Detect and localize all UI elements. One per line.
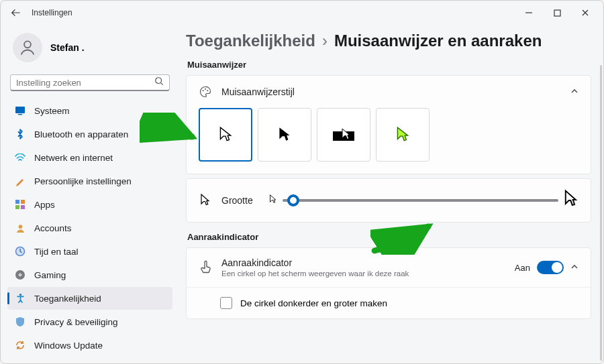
- pointer-style-black[interactable]: [258, 108, 311, 162]
- pointer-size-card: Grootte: [186, 178, 591, 223]
- search-icon: [154, 76, 164, 88]
- palette-icon: [199, 85, 212, 99]
- touch-indicator-row[interactable]: Aanraakindicator Een cirkel op het scher…: [187, 248, 591, 287]
- section-pointer-title: Muisaanwijzer: [187, 60, 590, 70]
- main-content: Toegankelijkheid › Muisaanwijzer en aanr…: [179, 25, 603, 363]
- sidebar-item-label: Privacy & beveiliging: [34, 317, 118, 327]
- chevron-up-icon: [570, 261, 578, 274]
- size-slider[interactable]: [283, 199, 558, 202]
- sidebar-item-apps[interactable]: Apps: [7, 193, 172, 216]
- pointer-style-white[interactable]: [199, 108, 252, 162]
- sidebar-item-label: Persoonlijke instellingen: [34, 176, 132, 186]
- pointer-style-inverted[interactable]: [317, 108, 370, 162]
- svg-rect-3: [15, 107, 25, 113]
- pointer-style-options: [187, 108, 591, 174]
- sidebar-item-label: Netwerk en internet: [34, 153, 113, 163]
- sidebar-item-privacy[interactable]: Privacy & beveiliging: [7, 310, 172, 333]
- darker-checkbox-label: De cirkel donkerder en groter maken: [240, 298, 387, 308]
- chevron-up-icon: [570, 86, 578, 98]
- cursor-small-icon: [269, 194, 277, 207]
- user-profile[interactable]: Stefan .: [7, 29, 172, 74]
- sidebar-item-gaming[interactable]: Gaming: [7, 263, 172, 286]
- user-name: Stefan .: [50, 42, 85, 53]
- sidebar-item-label: Accounts: [34, 223, 72, 233]
- search-input[interactable]: [16, 78, 154, 88]
- svg-rect-7: [15, 205, 19, 209]
- accessibility-icon: [14, 292, 26, 304]
- sidebar: Stefan . Systeem Bluetooth en apparaten …: [1, 25, 179, 363]
- sidebar-item-label: Toegankelijkheid: [34, 294, 101, 304]
- svg-point-1: [24, 41, 31, 48]
- slider-thumb[interactable]: [287, 194, 299, 206]
- sidebar-item-accessibility[interactable]: Toegankelijkheid: [7, 287, 172, 310]
- sidebar-item-update[interactable]: Windows Update: [7, 334, 172, 357]
- apps-icon: [14, 198, 26, 210]
- window-controls: [515, 2, 599, 23]
- pointer-style-card: Muisaanwijzerstijl: [186, 75, 591, 174]
- search-box[interactable]: [10, 74, 170, 91]
- pointer-style-label: Muisaanwijzerstijl: [221, 86, 295, 97]
- system-icon: [14, 105, 26, 117]
- breadcrumb-current: Muisaanwijzer en aanraken: [334, 32, 542, 50]
- pointer-style-custom[interactable]: [376, 108, 430, 162]
- toggle-state-label: Aan: [515, 263, 530, 273]
- sidebar-item-label: Systeem: [34, 106, 70, 116]
- sidebar-item-bluetooth[interactable]: Bluetooth en apparaten: [7, 123, 172, 145]
- gaming-icon: [14, 269, 26, 281]
- maximize-button[interactable]: [543, 2, 571, 23]
- sidebar-item-label: Tijd en taal: [34, 247, 79, 257]
- breadcrumb: Toegankelijkheid › Muisaanwijzer en aanr…: [186, 32, 591, 50]
- pointer-size-row: Grootte: [187, 179, 591, 222]
- svg-rect-5: [15, 200, 19, 204]
- sidebar-item-accounts[interactable]: Accounts: [7, 217, 172, 239]
- section-touch-title: Aanraakindicator: [187, 232, 590, 242]
- network-icon: [14, 151, 26, 164]
- breadcrumb-parent[interactable]: Toegankelijkheid: [186, 32, 315, 50]
- svg-rect-4: [18, 114, 22, 115]
- pointer-size-label: Grootte: [221, 195, 253, 206]
- accounts-icon: [14, 222, 26, 234]
- cursor-icon: [199, 194, 212, 207]
- svg-point-15: [207, 90, 208, 91]
- bluetooth-icon: [14, 128, 26, 140]
- avatar-icon: [13, 33, 42, 62]
- app-title: Instellingen: [32, 8, 72, 17]
- svg-point-14: [205, 88, 206, 90]
- svg-rect-0: [554, 10, 560, 16]
- svg-rect-6: [21, 200, 25, 204]
- settings-window: Instellingen Stefan . Systeem: [0, 0, 604, 364]
- sidebar-item-time[interactable]: Tijd en taal: [7, 240, 172, 263]
- svg-rect-8: [21, 205, 25, 209]
- chevron-right-icon: ›: [322, 32, 328, 50]
- cursor-large-icon: [564, 190, 578, 211]
- darker-checkbox[interactable]: [220, 297, 232, 309]
- touch-toggle[interactable]: [537, 261, 564, 274]
- personalize-icon: [14, 175, 26, 187]
- sidebar-item-label: Apps: [34, 200, 55, 210]
- sidebar-item-label: Gaming: [34, 270, 66, 280]
- scrollbar[interactable]: [600, 65, 602, 361]
- touch-indicator-card: Aanraakindicator Een cirkel op het scher…: [186, 247, 591, 319]
- sidebar-item-system[interactable]: Systeem: [7, 99, 172, 122]
- titlebar: Instellingen: [1, 1, 603, 25]
- sidebar-item-personalize[interactable]: Persoonlijke instellingen: [7, 170, 172, 192]
- touch-darker-row[interactable]: De cirkel donkerder en groter maken: [187, 287, 591, 318]
- close-button[interactable]: [571, 2, 599, 23]
- back-button[interactable]: [5, 2, 26, 23]
- nav-list: Systeem Bluetooth en apparaten Netwerk e…: [7, 99, 172, 357]
- touch-icon: [199, 261, 212, 274]
- privacy-icon: [14, 316, 26, 328]
- time-icon: [14, 245, 26, 257]
- sidebar-item-network[interactable]: Netwerk en internet: [7, 146, 172, 169]
- update-icon: [14, 339, 26, 351]
- touch-indicator-sub: Een cirkel op het scherm weergeven waar …: [221, 269, 409, 278]
- sidebar-item-label: Windows Update: [34, 341, 103, 351]
- svg-point-9: [18, 225, 22, 229]
- minimize-button[interactable]: [515, 2, 543, 23]
- svg-point-12: [19, 294, 21, 296]
- sidebar-item-label: Bluetooth en apparaten: [34, 129, 128, 139]
- pointer-style-row[interactable]: Muisaanwijzerstijl: [187, 76, 591, 108]
- svg-point-2: [156, 78, 162, 84]
- svg-point-13: [203, 90, 204, 91]
- touch-indicator-label: Aanraakindicator: [221, 257, 409, 268]
